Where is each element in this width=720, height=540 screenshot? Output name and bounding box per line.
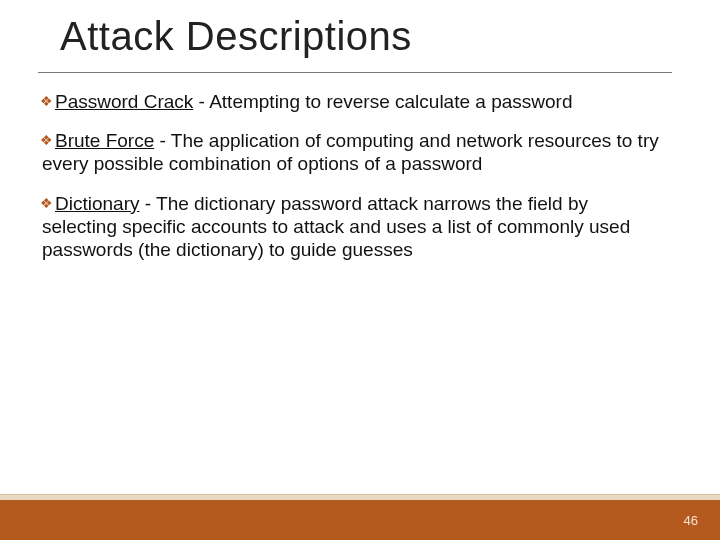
bullet-item: ❖Brute Force - The application of comput… (42, 129, 668, 175)
slide-title: Attack Descriptions (60, 14, 412, 59)
desc: - Attempting to reverse calculate a pass… (193, 91, 572, 112)
diamond-bullet-icon: ❖ (40, 93, 53, 109)
body-text: ❖Password Crack - Attempting to reverse … (42, 90, 668, 277)
diamond-bullet-icon: ❖ (40, 132, 53, 148)
term: Password Crack (55, 91, 193, 112)
term: Brute Force (55, 130, 154, 151)
term: Dictionary (55, 193, 139, 214)
footer-bar: 46 (0, 500, 720, 540)
slide-number: 46 (684, 513, 698, 528)
slide: Attack Descriptions ❖Password Crack - At… (0, 0, 720, 540)
bullet-item: ❖Password Crack - Attempting to reverse … (42, 90, 668, 113)
title-underline (38, 72, 672, 73)
bullet-item: ❖Dictionary - The dictionary password at… (42, 192, 668, 262)
diamond-bullet-icon: ❖ (40, 195, 53, 211)
